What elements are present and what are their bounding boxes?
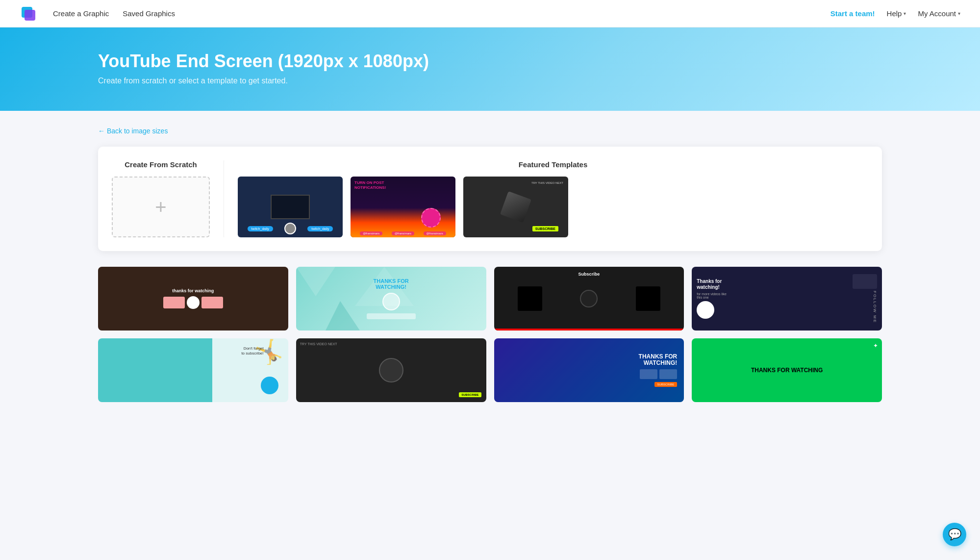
t1-bottom: twitch_daily twitch_daily (238, 223, 343, 234)
g4-right: FOLLOW ME (853, 274, 877, 323)
account-chevron-icon: ▾ (958, 11, 960, 16)
g5-text: Don't forgetto subscribe! (241, 346, 263, 356)
featured-templates-label: Featured Templates (238, 160, 868, 169)
g5-teal-bg (98, 338, 212, 402)
nav-help[interactable]: Help ▾ (887, 9, 906, 18)
t2-icon1: @fransimars (360, 231, 382, 235)
g7-box1 (640, 369, 657, 379)
help-chevron-icon: ▾ (904, 11, 906, 16)
plus-icon: + (155, 197, 166, 217)
navbar: Create a Graphic Saved Graphics Start a … (0, 0, 980, 27)
featured-section: Create From Scratch + Featured Templates… (98, 147, 882, 251)
scratch-label: Create From Scratch (125, 160, 197, 169)
g7-title: THANKS FORWATCHING! (639, 354, 678, 366)
template-thanks-green[interactable]: THANKS For WATCHING ✦ (692, 338, 882, 402)
g1-circle (187, 296, 200, 309)
g8-icon: ✦ (873, 342, 878, 349)
g2-bar (367, 313, 416, 319)
g1-text: thanks for watching (172, 288, 214, 293)
hero-title: YouTube End Screen (1920px x 1080px) (98, 51, 882, 72)
main-content: ← Back to image sizes Create From Scratc… (0, 111, 980, 433)
t3-3d-shape (500, 191, 531, 223)
g1-row (163, 296, 223, 309)
g6-content (296, 338, 486, 402)
g4-content: Thanks forwatching! for more videos like… (692, 267, 882, 331)
template-subscribe-bw[interactable]: Subscribe (494, 267, 684, 331)
t2-bottom-icons: @fransimars @fransimars @fransimars (351, 231, 455, 235)
scratch-section: Create From Scratch + (112, 160, 210, 237)
g4-box (853, 274, 877, 289)
template-thanks-teal[interactable]: THANKS FORWATCHING! (296, 267, 486, 331)
t2-circle (421, 208, 441, 228)
hero-subtitle: Create from scratch or select a template… (98, 76, 882, 85)
g4-title: Thanks forwatching! (697, 279, 849, 290)
t1-pill1: twitch_daily (248, 226, 273, 231)
template-row-3: 🤸 Don't forgetto subscribe! TRY THIS VID… (98, 338, 882, 402)
template-row-2: thanks for watching THANKS FORWATCHING! (98, 267, 882, 331)
template-thanks-brown[interactable]: thanks for watching (98, 267, 288, 331)
featured-templates-grid: twitch_daily twitch_daily TURN ON POSTNO… (238, 177, 868, 237)
nav-right: Start a team! Help ▾ My Account ▾ (830, 9, 960, 18)
featured-inner: Create From Scratch + Featured Templates… (112, 160, 868, 237)
t3-text: TRY THIS VIDEO NEXT (531, 181, 563, 184)
g2-title: THANKS FORWATCHING! (374, 278, 409, 290)
t2-icon2: @fransimars (392, 231, 414, 235)
svg-rect-1 (25, 10, 35, 21)
template-dark-3d[interactable]: TRY THIS VIDEO NEXT SUBSCRIBE (463, 177, 568, 237)
g4-follow: FOLLOW ME (853, 291, 877, 323)
t1-avatar (284, 223, 296, 234)
g4-sub: for more videos likethis one (697, 292, 849, 299)
nav-saved[interactable]: Saved Graphics (123, 9, 175, 18)
template-thanks-navy[interactable]: Thanks forwatching! for more videos like… (692, 267, 882, 331)
templates-section: Featured Templates twitch_daily twitch_d… (238, 160, 868, 237)
g2-circle (382, 293, 400, 310)
g7-box2 (659, 369, 677, 379)
g3-red-bar (494, 329, 684, 331)
g3-box1 (518, 286, 542, 311)
g6-circle (379, 358, 403, 382)
template-dark-forest[interactable]: twitch_daily twitch_daily (238, 177, 343, 237)
template-yoga[interactable]: 🤸 Don't forgetto subscribe! (98, 338, 288, 402)
g3-box2 (636, 286, 660, 311)
t3-subscribe: SUBSCRIBE (532, 226, 558, 231)
g5-circle (261, 377, 278, 394)
chat-icon: 💬 (948, 528, 961, 541)
g1-pink-box2 (201, 297, 223, 308)
g6-subscribe: SUBSCRIBE (459, 392, 481, 397)
t1-box (271, 195, 310, 219)
g1-content: thanks for watching (98, 267, 288, 331)
t1-pill2: twitch_daily (307, 226, 333, 231)
g4-circle (697, 301, 714, 319)
g8-content: THANKS For WATCHING (692, 338, 882, 402)
g4-left: Thanks forwatching! for more videos like… (697, 279, 849, 319)
nav-create[interactable]: Create a Graphic (53, 9, 109, 18)
g2-content: THANKS FORWATCHING! (296, 267, 486, 331)
hero-banner: YouTube End Screen (1920px x 1080px) Cre… (0, 27, 980, 111)
t2-icon3: @fransimars (424, 231, 446, 235)
nav-links: Create a Graphic Saved Graphics (53, 9, 815, 18)
g3-content (494, 267, 684, 331)
g7-btn: SUBSCRIBE (654, 382, 678, 387)
nav-account[interactable]: My Account ▾ (918, 9, 960, 18)
g1-pink-box1 (163, 297, 185, 308)
logo[interactable] (20, 5, 37, 23)
vertical-divider (224, 160, 224, 237)
back-link[interactable]: ← Back to image sizes (98, 127, 168, 135)
g8-title: THANKS For WATCHING (751, 367, 823, 374)
nav-cta[interactable]: Start a team! (830, 9, 875, 18)
g7-boxes (640, 369, 677, 379)
t2-text: TURN ON POSTNOTIFICATIONS! (354, 180, 386, 190)
g7-content: THANKS FORWATCHING! SUBSCRIBE (494, 338, 684, 402)
template-thanks-blue[interactable]: THANKS FORWATCHING! SUBSCRIBE (494, 338, 684, 402)
logo-icon (20, 5, 37, 23)
create-from-scratch-card[interactable]: + (112, 177, 210, 237)
chat-button[interactable]: 💬 (943, 523, 966, 546)
template-sunset-pink[interactable]: TURN ON POSTNOTIFICATIONS! @fransimars @… (351, 177, 455, 237)
g3-circle (580, 290, 598, 307)
template-try-video-dark2[interactable]: TRY THIS VIDEO NEXT SUBSCRIBE (296, 338, 486, 402)
